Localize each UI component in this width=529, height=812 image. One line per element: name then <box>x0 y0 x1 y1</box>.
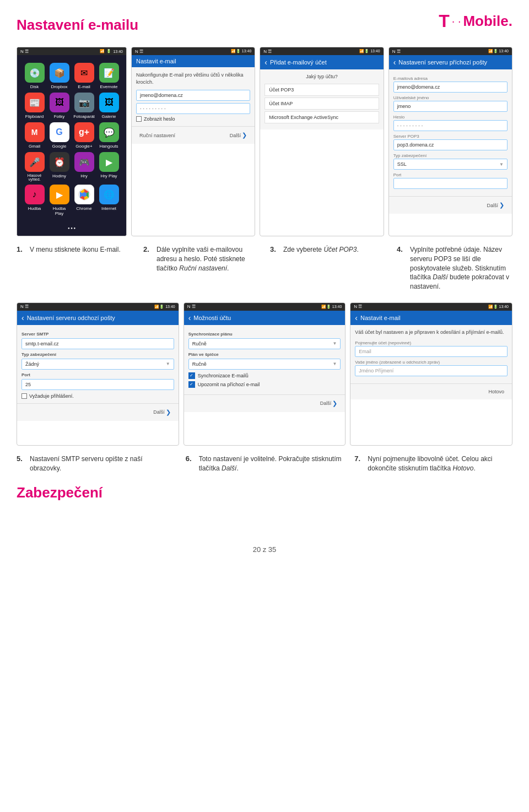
smtp-port-field[interactable]: 25 <box>21 379 174 390</box>
smtp-security-dropdown-icon: ▼ <box>166 361 170 366</box>
field-security[interactable]: SSL ▼ <box>393 159 508 170</box>
app-clock[interactable]: ⏰ Hodiny <box>48 152 70 181</box>
peak-plan-field[interactable]: Ručně ▼ <box>188 359 341 370</box>
app-dropbox[interactable]: 📦 Dropbox <box>48 63 70 89</box>
screen3-back-icon[interactable]: ‹ <box>393 58 396 67</box>
app-evernote-icon: 📝 <box>99 63 119 83</box>
label-security: Typ zabezpečení <box>393 153 508 158</box>
field-password[interactable]: ········· <box>393 120 508 131</box>
screen2-imap-option[interactable]: Účet IMAP <box>264 98 379 110</box>
app-internet-label: Internet <box>101 206 116 211</box>
field-email-addr[interactable]: jmeno@domena.cz <box>393 82 508 93</box>
screen5-next-btn[interactable]: Další ❯ <box>150 407 174 418</box>
app-fotky[interactable]: 🖼 Fotky <box>48 93 70 119</box>
app-googleplus-icon: g+ <box>74 122 94 142</box>
app-voice[interactable]: 🎤 Hlasové vyhled. <box>24 152 45 181</box>
screen1-bottom-bar: Ruční nastavení Další ❯ <box>132 126 255 144</box>
app-galerie[interactable]: 🖼 Galerie <box>98 93 120 119</box>
screen7-done-btn[interactable]: Hotovo <box>485 387 508 396</box>
smtp-port-label: Port <box>21 372 174 377</box>
app-gmail-label: Gmail <box>29 144 40 149</box>
app-internet[interactable]: 🌐 Internet <box>98 185 120 216</box>
app-gmail[interactable]: M Gmail <box>24 122 45 149</box>
app-dropbox-label: Dropbox <box>51 84 67 89</box>
app-clock-label: Hodiny <box>52 174 66 178</box>
smtp-server-field[interactable]: smtp.t-email.cz <box>21 338 174 349</box>
app-google[interactable]: G Google <box>48 122 70 149</box>
sync-emails-checkbox[interactable]: ✓ <box>188 372 195 379</box>
notify-incoming-checkbox[interactable]: ✓ <box>188 381 195 388</box>
field-pop3server[interactable]: pop3.domena.cz <box>393 139 508 150</box>
app-flipboard[interactable]: 📰 Flipboard <box>24 93 45 119</box>
app-dropbox-icon: 📦 <box>50 63 69 83</box>
app-flipboard-label: Flipboard <box>25 114 44 119</box>
notify-incoming-option[interactable]: ✓ Upozornit na příchozí e-mail <box>188 381 341 388</box>
app-gamesplay[interactable]: ▶ Hry Play <box>98 152 120 181</box>
screen6-back-icon[interactable]: ‹ <box>188 313 191 322</box>
app-email-label: E-mail <box>78 84 90 89</box>
screen2-titlebar: ‹ Přidat e-mailový účet <box>260 55 383 69</box>
screen3-next-btn[interactable]: Další ❯ <box>483 200 508 210</box>
app-games-icon: 🎮 <box>74 152 94 172</box>
screen6-titlebar: ‹ Možnosti účtu <box>184 311 346 325</box>
logo-dots: · · <box>452 15 461 28</box>
app-internet-icon: 🌐 <box>99 185 119 204</box>
instruction-4-text: Vyplníte potřebné údaje. Název serveru P… <box>410 245 512 291</box>
instruction-2-number: 2. <box>143 245 153 253</box>
screen1-next-btn[interactable]: Další ❯ <box>226 130 251 140</box>
screen5-bottom-bar: Další ❯ <box>17 403 179 421</box>
app-music[interactable]: ♪ Hudba <box>24 185 45 216</box>
smtp-login-label: Vyžaduje přihlášení. <box>29 393 74 399</box>
instruction-2: 2. Dále vyplníte vaši e-mailovou adresu … <box>143 245 259 291</box>
field-port[interactable] <box>393 178 508 189</box>
screen1-password-field[interactable]: ········· <box>136 103 250 114</box>
smtp-security-field[interactable]: Žádný ▼ <box>21 359 174 370</box>
screen2-exchange-label: Microsoft Exchange ActiveSync <box>269 115 338 120</box>
screen2-exchange-option[interactable]: Microsoft Exchange ActiveSync <box>264 111 379 123</box>
section-title: Zabezpečení <box>17 484 512 501</box>
smtp-login-checkbox[interactable] <box>21 393 27 399</box>
app-flipboard-icon: 📰 <box>25 93 45 112</box>
screen7-name-field[interactable]: Email <box>355 346 508 357</box>
screen5-back-icon[interactable]: ‹ <box>21 313 24 322</box>
app-voice-label: Hlasové vyhled. <box>24 174 45 181</box>
app-musicplay[interactable]: ▶ Hudba Play <box>48 185 70 216</box>
screen6-title: Možnosti účtu <box>193 315 231 321</box>
screen5-statusbar: N ☰ 📶🔋 13:40 <box>17 303 179 311</box>
app-voice-icon: 🎤 <box>25 152 45 172</box>
screen1-manual-btn[interactable]: Ruční nastavení <box>136 131 179 140</box>
sync-plan-label: Synchronizace plánu <box>188 332 341 337</box>
screen1-show-password[interactable]: Zobrazit heslo <box>136 116 250 122</box>
screen5-titlebar: ‹ Nastavení serveru odchozí pošty <box>17 311 179 325</box>
app-gamesplay-label: Hry Play <box>100 174 117 178</box>
screen6-next-btn[interactable]: Další ❯ <box>317 398 341 409</box>
app-disk[interactable]: 💿 Disk <box>24 63 45 89</box>
app-fotky-icon: 🖼 <box>50 93 69 112</box>
screenshots-row-1: N ☰ 📶 🔋 13:40 💿 Disk 📦 Dropbox ✉ E-m <box>17 47 512 236</box>
screen7-display-field[interactable]: Jméno Příjmení <box>355 365 508 376</box>
screen1-desc: Nakonfigurujte E-mail pro většinu účtů v… <box>136 72 250 85</box>
app-email[interactable]: ✉ E-mail <box>73 63 95 89</box>
app-evernote[interactable]: 📝 Evernote <box>98 63 120 89</box>
label-username: Uživatelské jméno <box>393 95 508 100</box>
screen1-email-field[interactable]: jmeno@domena.cz <box>136 90 250 101</box>
field-username[interactable]: jmeno <box>393 101 508 112</box>
screen2-add-account: N ☰ 📶🔋 13:40 ‹ Přidat e-mailový účet Jak… <box>260 47 384 236</box>
sync-emails-option[interactable]: ✓ Synchronizace E-mailů <box>188 372 341 379</box>
app-games-label: Hry <box>80 174 87 178</box>
screen5-title: Nastavení serveru odchozí pošty <box>27 315 115 321</box>
app-games[interactable]: 🎮 Hry <box>73 152 95 181</box>
app-hangouts[interactable]: 💬 Hangouts <box>98 122 120 149</box>
instruction-6-text: Toto nastavení je volitelné. Pokračujte … <box>199 454 344 473</box>
screen7-back-icon[interactable]: ‹ <box>355 313 358 322</box>
app-googleplus[interactable]: g+ Google+ <box>73 122 95 149</box>
screen2-pop3-option[interactable]: Účet POP3 <box>264 84 379 96</box>
app-chrome[interactable]: Chrome <box>73 185 95 216</box>
app-disk-icon: 💿 <box>25 63 45 83</box>
app-camera[interactable]: 📷 Fotoaparát <box>73 93 95 119</box>
screen2-back-icon[interactable]: ‹ <box>264 58 267 67</box>
screen1-checkbox[interactable] <box>136 116 142 122</box>
screen1-checkbox-label: Zobrazit heslo <box>144 116 175 122</box>
smtp-require-login[interactable]: Vyžaduje přihlášení. <box>21 393 174 399</box>
sync-plan-field[interactable]: Ručně ▼ <box>188 338 341 349</box>
